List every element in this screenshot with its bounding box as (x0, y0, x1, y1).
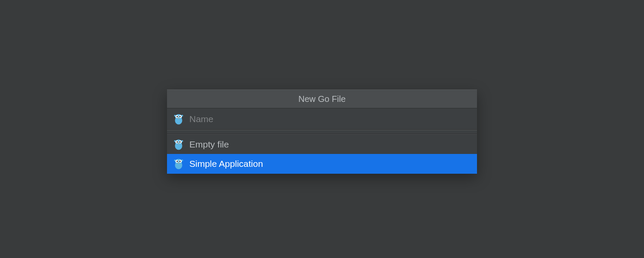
option-label: Empty file (189, 139, 229, 150)
gopher-icon (174, 139, 183, 150)
gopher-icon (174, 114, 183, 125)
dialog-title: New Go File (298, 94, 346, 104)
gopher-icon (174, 158, 183, 169)
option-label: Simple Application (189, 159, 263, 169)
option-simple-application[interactable]: Simple Application (167, 154, 477, 174)
option-empty-file[interactable]: Empty file (167, 134, 477, 154)
divider (167, 130, 477, 134)
new-go-file-dialog: New Go File Empty file Simple Applicatio… (167, 89, 477, 174)
name-input-row[interactable] (167, 108, 477, 130)
dialog-header: New Go File (167, 89, 477, 108)
file-name-input[interactable] (189, 114, 470, 124)
